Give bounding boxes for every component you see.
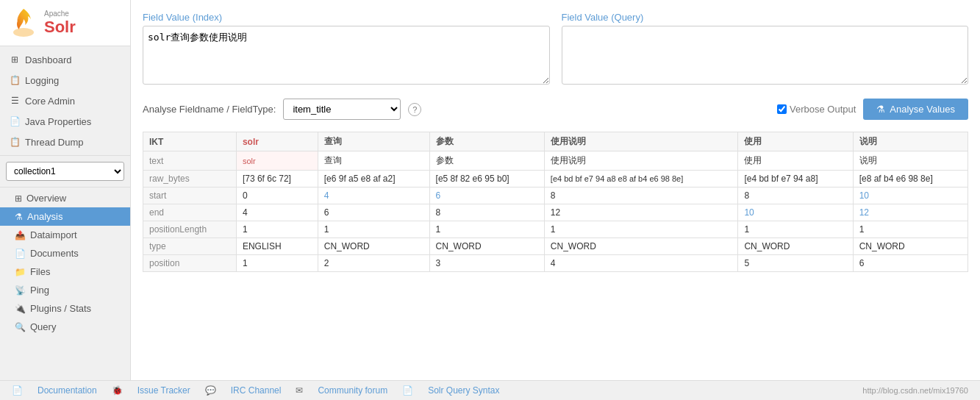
cell-position-canshu: 3: [429, 255, 544, 272]
sidebar-item-logging-label: Logging: [25, 75, 59, 86]
cell-end-solr: 4: [236, 204, 318, 221]
cell-rawbytes-shiyong: [e4 bd bf e7 94 a8]: [738, 171, 853, 188]
main-layout: Apache Solr ⊞ Dashboard 📋 Logging ☰ Core…: [0, 0, 980, 380]
overview-icon: ⊞: [15, 193, 22, 204]
footer-solr-query-syntax-link[interactable]: Solr Query Syntax: [428, 385, 499, 396]
content-area: Field Value (Index) solr查询参数使用说明 Field V…: [131, 0, 980, 380]
row-label-start: start: [143, 188, 237, 204]
table-header-shiyongshuoming: 使用说明: [544, 132, 738, 151]
cell-poslength-shiyong: 1: [738, 221, 853, 238]
sub-nav-item-dataimport[interactable]: 📤 Dataimport: [0, 226, 130, 244]
collection-select[interactable]: collection1: [6, 162, 124, 181]
footer-irc-channel-link[interactable]: IRC Channel: [231, 385, 282, 396]
field-value-query-box: Field Value (Query): [562, 12, 969, 87]
sidebar-item-core-admin[interactable]: ☰ Core Admin: [0, 90, 130, 111]
footer-query-icon: 📄: [402, 385, 413, 396]
footer-documentation-link[interactable]: Documentation: [37, 385, 97, 396]
field-value-query-label-text: Field Value: [562, 12, 612, 23]
logo-solr-label: Solr: [44, 18, 76, 37]
cell-text-canshu: 参数: [429, 151, 544, 171]
sub-nav-item-overview[interactable]: ⊞ Overview: [0, 189, 130, 207]
analyse-controls: Analyse Fieldname / FieldType: item_titl…: [143, 99, 968, 120]
cell-position-chaxun: 2: [318, 255, 429, 272]
fieldname-select[interactable]: item_title: [283, 99, 401, 120]
documents-icon: 📄: [15, 249, 26, 259]
query-icon: 🔍: [15, 322, 26, 332]
sub-nav-item-ping[interactable]: 📡 Ping: [0, 281, 130, 299]
footer-email-icon: ✉: [296, 385, 303, 396]
java-properties-icon: 📄: [9, 115, 21, 127]
sub-nav-item-files[interactable]: 📁 Files: [0, 262, 130, 281]
field-value-index-label: Field Value (Index): [143, 12, 550, 23]
table-header-ikt: IKT: [143, 132, 237, 151]
cell-rawbytes-shiyongshuoming: [e4 bd bf e7 94 a8 e8 af b4 e6 98 8e]: [544, 171, 738, 188]
cell-position-shiyong: 5: [738, 255, 853, 272]
sidebar-item-java-properties-label: Java Properties: [25, 116, 91, 127]
sub-nav-item-plugins-stats-label: Plugins / Stats: [30, 303, 91, 314]
cell-poslength-solr: 1: [236, 221, 318, 238]
sidebar-item-thread-dump[interactable]: 📋 Thread Dump: [0, 132, 130, 152]
cell-rawbytes-shuoming: [e8 af b4 e6 98 8e]: [853, 171, 968, 188]
dataimport-icon: 📤: [15, 230, 26, 240]
cell-position-shiyongshuoming: 4: [544, 255, 738, 272]
sub-nav-item-query[interactable]: 🔍 Query: [0, 318, 130, 336]
verbose-checkbox[interactable]: [777, 104, 787, 114]
core-admin-icon: ☰: [9, 95, 21, 107]
cell-start-canshu: 6: [429, 188, 544, 204]
cell-start-shuoming: 10: [853, 188, 968, 204]
sidebar-item-dashboard[interactable]: ⊞ Dashboard: [0, 49, 130, 70]
sidebar-item-logging[interactable]: 📋 Logging: [0, 70, 130, 90]
cell-type-shiyongshuoming: CN_WORD: [544, 238, 738, 255]
analyse-btn-label: Analyse Values: [890, 104, 955, 115]
sub-nav-item-overview-label: Overview: [26, 193, 66, 204]
sidebar: Apache Solr ⊞ Dashboard 📋 Logging ☰ Core…: [0, 0, 131, 380]
cell-start-chaxun-link[interactable]: 4: [324, 190, 329, 201]
sub-nav-item-analysis[interactable]: ⚗ Analysis: [0, 207, 130, 226]
cell-end-canshu: 8: [429, 204, 544, 221]
cell-text-shiyong: 使用: [738, 151, 853, 171]
logo-text: Apache Solr: [44, 10, 76, 37]
table-header-solr: solr: [236, 132, 318, 151]
cell-position-shuoming: 6: [853, 255, 968, 272]
footer-bug-icon: 🐞: [112, 385, 123, 396]
help-icon[interactable]: ?: [408, 103, 421, 116]
field-value-index-input[interactable]: solr查询参数使用说明: [143, 26, 550, 85]
sidebar-item-java-properties[interactable]: 📄 Java Properties: [0, 111, 130, 132]
field-value-query-input[interactable]: [562, 26, 969, 85]
nav-list: ⊞ Dashboard 📋 Logging ☰ Core Admin 📄 Jav…: [0, 46, 130, 155]
footer: 📄 Documentation 🐞 Issue Tracker 💬 IRC Ch…: [0, 380, 980, 400]
plugins-stats-icon: 🔌: [15, 304, 26, 314]
sub-nav-item-analysis-label: Analysis: [27, 211, 62, 222]
analysis-table: IKT solr 查询 参数 使用说明 使用 说明 text solr 查询: [143, 132, 968, 272]
footer-community-forum-link[interactable]: Community forum: [318, 385, 387, 396]
field-value-index-label-text: Field Value: [143, 12, 193, 23]
cell-end-shiyong-link[interactable]: 10: [744, 207, 754, 218]
row-label-position: position: [143, 255, 237, 272]
cell-end-shiyong: 10: [738, 204, 853, 221]
footer-irc-icon: 💬: [205, 385, 216, 396]
sub-nav-item-query-label: Query: [30, 321, 56, 332]
sub-nav-item-plugins-stats[interactable]: 🔌 Plugins / Stats: [0, 299, 130, 318]
footer-issue-tracker-link[interactable]: Issue Tracker: [137, 385, 190, 396]
sub-nav-list: ⊞ Overview ⚗ Analysis 📤 Dataimport 📄 Doc…: [0, 188, 130, 338]
table-row-raw-bytes: raw_bytes [73 6f 6c 72] [e6 9f a5 e8 af …: [143, 171, 968, 188]
logo-apache-label: Apache: [44, 10, 76, 18]
cell-type-canshu: CN_WORD: [429, 238, 544, 255]
field-value-index-sublabel: (Index): [193, 12, 222, 23]
verbose-check-label: Verbose Output: [777, 104, 856, 115]
row-label-text: text: [143, 151, 237, 171]
footer-watermark: http://blog.csdn.net/mix19760: [862, 386, 968, 395]
cell-position-solr: 1: [236, 255, 318, 272]
sub-nav-item-dataimport-label: Dataimport: [30, 229, 77, 240]
cell-start-canshu-link[interactable]: 6: [436, 190, 441, 201]
cell-end-shuoming-link[interactable]: 12: [859, 207, 869, 218]
table-row-end: end 4 6 8 12 10 12: [143, 204, 968, 221]
sub-nav-item-ping-label: Ping: [30, 285, 49, 296]
analyse-values-button[interactable]: ⚗ Analyse Values: [863, 99, 968, 120]
cell-start-shuoming-link[interactable]: 10: [859, 190, 869, 201]
sub-nav-item-documents[interactable]: 📄 Documents: [0, 244, 130, 262]
field-value-section: Field Value (Index) solr查询参数使用说明 Field V…: [143, 12, 968, 87]
cell-start-solr: 0: [236, 188, 318, 204]
cell-end-chaxun: 6: [318, 204, 429, 221]
cell-rawbytes-canshu: [e5 8f 82 e6 95 b0]: [429, 171, 544, 188]
